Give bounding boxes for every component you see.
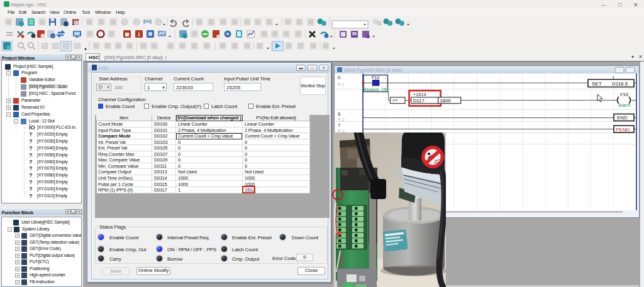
- svg-text:R.1: R.1: [338, 82, 345, 87]
- svg-text:PEND: PEND: [616, 127, 630, 133]
- svg-text:[000] Pgm000.SRC [0 step]: [000] Pgm000.SRC [0 step]: [345, 67, 402, 73]
- svg-text:SET: SET: [592, 81, 602, 87]
- svg-text:END: END: [617, 115, 628, 121]
- svg-text:0: 0: [338, 75, 341, 80]
- svg-text:7: 7: [338, 122, 341, 128]
- svg-text:R.2: R.2: [338, 117, 345, 122]
- svg-text:D116.5: D116.5: [612, 81, 628, 87]
- svg-text:6: 6: [338, 111, 341, 117]
- svg-text:Alarm: Alarm: [618, 102, 631, 108]
- svg-text:Y10: Y10: [619, 92, 629, 97]
- svg-text:1800: 1800: [440, 98, 452, 104]
- svg-text:Always_ON: Always_ON: [364, 87, 389, 92]
- svg-text:+1614: +1614: [413, 92, 426, 97]
- svg-text:i: i: [138, 31, 140, 38]
- svg-text:>=: >=: [392, 97, 398, 103]
- svg-text:F10: F10: [372, 75, 379, 80]
- svg-text:D117: D117: [413, 98, 425, 104]
